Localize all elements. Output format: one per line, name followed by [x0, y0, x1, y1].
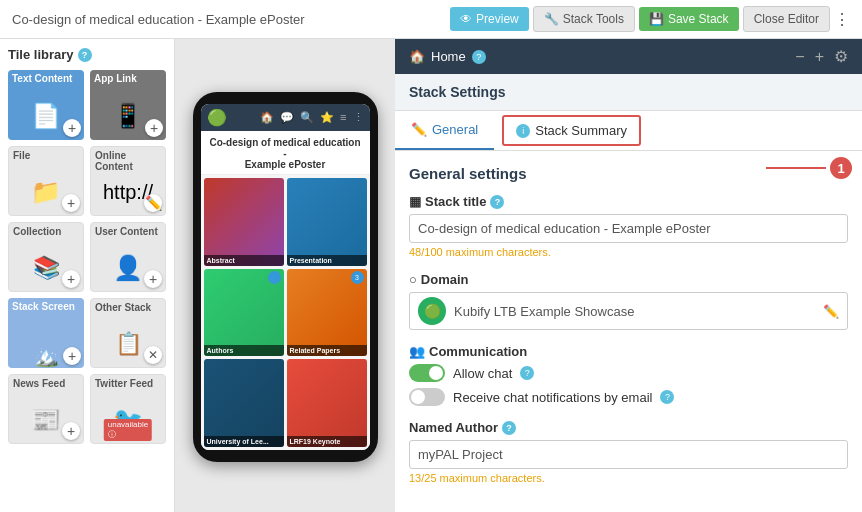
- settings-body: General settings ▦ Stack title ? 48/100 …: [395, 151, 862, 512]
- add-file-icon: +: [62, 194, 80, 212]
- tile-file[interactable]: File 📁 +: [8, 146, 84, 216]
- add-text-content-icon: +: [63, 119, 81, 137]
- wrench-icon: 🔧: [544, 12, 559, 26]
- receive-chat-info-icon[interactable]: ?: [660, 390, 674, 404]
- save-stack-button[interactable]: 💾 Save Stack: [639, 7, 739, 31]
- people-icon: 👥: [409, 344, 425, 359]
- receive-chat-row: Receive chat notifications by email ?: [409, 388, 848, 406]
- top-bar: Co-design of medical education - Example…: [0, 0, 862, 39]
- stack-tools-button[interactable]: 🔧 Stack Tools: [533, 6, 635, 32]
- grid-icon: ▦: [409, 194, 421, 209]
- domain-name: Kubify LTB Example Showcase: [454, 304, 815, 319]
- minus-button[interactable]: −: [795, 48, 804, 66]
- home-icon: 🏠: [409, 49, 425, 64]
- add-app-link-icon: +: [145, 119, 163, 137]
- plus-button[interactable]: +: [815, 48, 824, 66]
- tile-library-info-icon[interactable]: ?: [78, 48, 92, 62]
- communication-label: 👥 Communication: [409, 344, 848, 359]
- settings-panel: 🏠 Home ? − + ⚙ Stack Settings ✏️ General…: [395, 39, 862, 512]
- named-author-info-icon[interactable]: ?: [502, 421, 516, 435]
- tile-grid: Text Content 📄 + App Link 📱 + File 📁: [8, 70, 166, 444]
- phone-tile-authors[interactable]: Authors: [204, 269, 284, 357]
- annotation-number: 1: [830, 157, 852, 179]
- receive-chat-toggle[interactable]: [409, 388, 445, 406]
- named-author-hint: 13/25 maximum characters.: [409, 472, 848, 484]
- allow-chat-info-icon[interactable]: ?: [520, 366, 534, 380]
- add-online-content-icon: ✏️: [144, 194, 162, 212]
- tile-twitter-feed[interactable]: Twitter Feed 🐦 unavailable ⓘ: [90, 374, 166, 444]
- phone-tile-university[interactable]: University of Lee...: [204, 359, 284, 447]
- domain-field: ○ Domain 🟢 Kubify LTB Example Showcase ✏…: [409, 272, 848, 330]
- stack-title-label: ▦ Stack title ?: [409, 194, 848, 209]
- tile-online-content[interactable]: Online Content http:// ✏️: [90, 146, 166, 216]
- tile-other-stack[interactable]: Other Stack 📋 ✕: [90, 298, 166, 368]
- tile-app-link[interactable]: App Link 📱 +: [90, 70, 166, 140]
- phone-screen: 🟢 🏠💬🔍⭐≡⋮ Co-design of medical education …: [201, 104, 370, 450]
- phone-preview-area: 🟢 🏠💬🔍⭐≡⋮ Co-design of medical education …: [175, 39, 395, 512]
- stack-title-input[interactable]: [409, 214, 848, 243]
- stack-title-field: ▦ Stack title ? 48/100 maximum character…: [409, 194, 848, 258]
- tile-library-header: Tile library ?: [8, 47, 166, 62]
- stack-title-hint: 48/100 maximum characters.: [409, 246, 848, 258]
- phone-tile-lrf19[interactable]: LRF19 Keynote: [287, 359, 367, 447]
- stack-settings-header: Stack Settings: [395, 74, 862, 111]
- domain-logo: 🟢: [418, 297, 446, 325]
- main-layout: Tile library ? Text Content 📄 + App Link…: [0, 39, 862, 512]
- close-editor-button[interactable]: Close Editor: [743, 6, 830, 32]
- phone-mockup: 🟢 🏠💬🔍⭐≡⋮ Co-design of medical education …: [193, 92, 378, 462]
- communication-field: 👥 Communication Allow chat ? Receive cha…: [409, 344, 848, 406]
- domain-row: 🟢 Kubify LTB Example Showcase ✏️: [409, 292, 848, 330]
- preview-button[interactable]: 👁 Preview: [450, 7, 529, 31]
- tile-library-panel: Tile library ? Text Content 📄 + App Link…: [0, 39, 175, 512]
- add-user-content-icon: +: [144, 270, 162, 288]
- unavailable-badge: unavailable ⓘ: [104, 419, 152, 441]
- phone-tile-related-papers[interactable]: Related Papers 3: [287, 269, 367, 357]
- domain-circle-icon: ○: [409, 272, 417, 287]
- phone-content: Abstract Presentation Authors Related Pa…: [201, 175, 370, 450]
- domain-label: ○ Domain: [409, 272, 848, 287]
- home-bar: 🏠 Home ? − + ⚙: [395, 39, 862, 74]
- save-icon: 💾: [649, 12, 664, 26]
- gear-icon[interactable]: ⚙: [834, 47, 848, 66]
- settings-tabs: ✏️ General i Stack Summary: [395, 111, 862, 151]
- tab-stack-summary[interactable]: i Stack Summary: [502, 115, 641, 146]
- app-title: Co-design of medical education - Example…: [12, 12, 305, 27]
- tile-news-feed[interactable]: News Feed 📰 +: [8, 374, 84, 444]
- tile-stack-screen[interactable]: Stack Screen 🏔️ +: [8, 298, 84, 368]
- phone-title: Co-design of medical education -Example …: [201, 131, 370, 175]
- stack-summary-info-icon: i: [516, 124, 530, 138]
- other-stack-icon: ✕: [144, 346, 162, 364]
- phone-tile-presentation[interactable]: Presentation: [287, 178, 367, 266]
- more-options-button[interactable]: ⋮: [834, 10, 850, 29]
- domain-edit-icon[interactable]: ✏️: [823, 304, 839, 319]
- phone-header: 🟢 🏠💬🔍⭐≡⋮: [201, 104, 370, 131]
- eye-icon: 👁: [460, 12, 472, 26]
- add-collection-icon: +: [62, 270, 80, 288]
- annotation-1: 1: [766, 157, 852, 179]
- tab-general[interactable]: ✏️ General: [395, 111, 494, 150]
- home-info-icon[interactable]: ?: [472, 50, 486, 64]
- tile-user-content[interactable]: User Content 👤 +: [90, 222, 166, 292]
- allow-chat-toggle[interactable]: [409, 364, 445, 382]
- named-author-label: Named Author ?: [409, 420, 848, 435]
- tile-text-content[interactable]: Text Content 📄 +: [8, 70, 84, 140]
- named-author-input[interactable]: [409, 440, 848, 469]
- edit-icon: ✏️: [411, 122, 427, 137]
- allow-chat-row: Allow chat ?: [409, 364, 848, 382]
- phone-tile-abstract[interactable]: Abstract: [204, 178, 284, 266]
- add-news-feed-icon: +: [62, 422, 80, 440]
- arrow-line: [766, 167, 826, 169]
- named-author-field: Named Author ? 13/25 maximum characters.: [409, 420, 848, 484]
- stack-title-info-icon[interactable]: ?: [490, 195, 504, 209]
- tile-collection[interactable]: Collection 📚 +: [8, 222, 84, 292]
- add-stack-screen-icon: +: [63, 347, 81, 365]
- top-bar-actions: 👁 Preview 🔧 Stack Tools 💾 Save Stack Clo…: [450, 6, 850, 32]
